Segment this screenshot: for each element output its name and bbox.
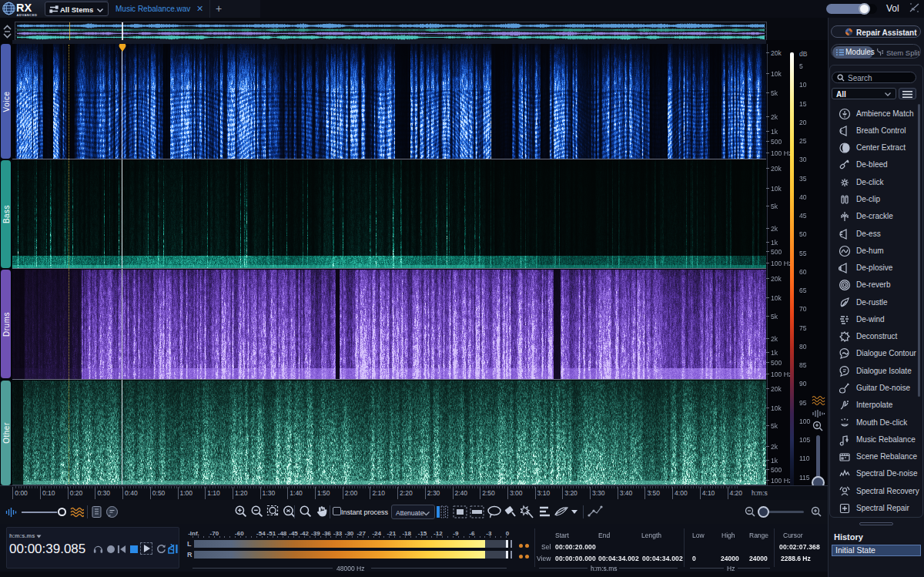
svg-text:ADVANCED: ADVANCED (17, 13, 38, 17)
